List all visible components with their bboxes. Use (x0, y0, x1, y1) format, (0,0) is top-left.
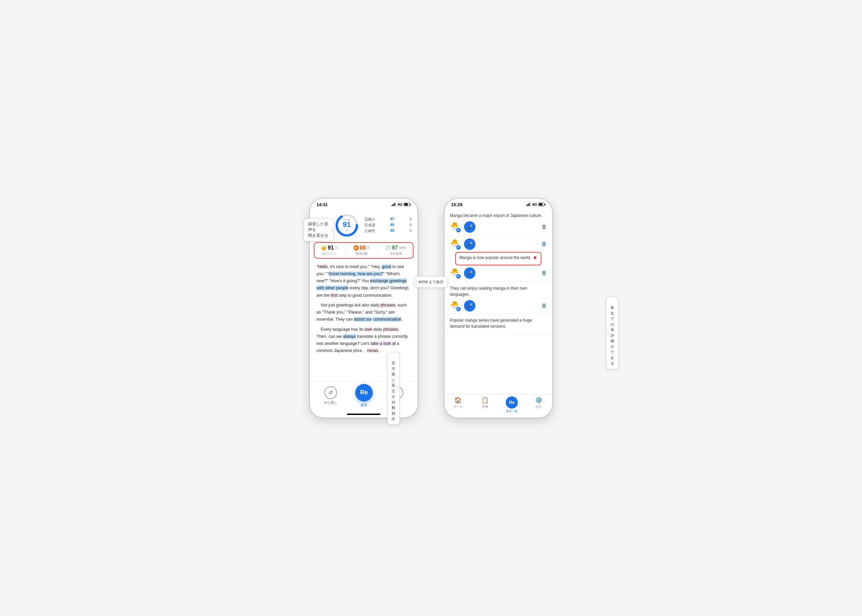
words-unit: 語 (367, 245, 370, 250)
settings-icon: ⚙️ (535, 396, 542, 404)
nav-settings[interactable]: ⚙️ 設定 (525, 396, 552, 413)
home-icon: 🏠 (454, 396, 462, 404)
wpm-label: 音読速度 (390, 251, 402, 256)
sentence-block-1: Manga became a major export of Japanese … (444, 209, 552, 235)
total-score: 91 (343, 221, 351, 228)
crown-icon: 👑 (321, 245, 327, 251)
home-label: ホーム (454, 404, 463, 409)
delete-button-3[interactable]: 🗑 (542, 303, 547, 309)
completion-row: 完成度 95 点 (364, 223, 412, 228)
best-score-num: 91 (328, 245, 334, 251)
sentence-controls-2: 🐣 ▶ 🎤 🗑 (450, 239, 547, 250)
network-1: 4G (397, 203, 402, 206)
sentence-controls-1: 🐣 ▶ 🎤 🗑 (450, 221, 547, 233)
book-label: 本棚 (482, 404, 488, 409)
donut-center: TOTAL 91 点 (343, 218, 351, 232)
page-wrapper: 録音した音声を 聞き直せる 14:41 4G (283, 179, 579, 438)
nav-home[interactable]: 🏠 ホーム (444, 396, 471, 413)
completion-pts: 点 (409, 223, 412, 228)
book-icon: 📋 (481, 396, 488, 404)
play-chick-2b[interactable]: 🐣 ▶ (450, 268, 461, 278)
mic-button-3[interactable]: 🎤 (464, 300, 476, 311)
weak-label: 苦手一覧 (506, 409, 518, 413)
weak-re-btn: Re (506, 396, 518, 409)
play-chick-3[interactable]: 🐣 ▶ (450, 300, 461, 311)
completion-val: 95 (390, 223, 394, 228)
home-bar (347, 413, 380, 415)
words-icon: W (353, 245, 359, 251)
time-1: 14:41 (317, 202, 328, 207)
completion-label: 完成度 (364, 223, 375, 228)
review-button-wrap: Re 復習 (355, 384, 373, 407)
stat-best: 👑 91 点 自己ベスト (321, 245, 338, 256)
wpm-unit: WPM (399, 246, 407, 250)
mic-button-2[interactable]: 🎤 (464, 239, 476, 250)
eval-dot (534, 256, 536, 259)
reeval-callout: 単文での再評価 ができる (606, 296, 619, 369)
battery-tip (410, 204, 411, 206)
paragraph-1: "Hello, it's nice to meet you." "Hey, go… (317, 263, 411, 299)
nav-weak[interactable]: Re 苦手一覧 (498, 396, 525, 413)
divider-1 (345, 245, 346, 255)
stat-words: W 88 語 獲得語数 (353, 245, 370, 256)
phone2-wrapper: 15:29 4G Manga became a major e (444, 199, 552, 418)
spacer (444, 335, 552, 394)
status-icons-1: 4G (392, 203, 411, 206)
words-label: 獲得語数 (356, 251, 368, 256)
wpm-callout: WPM まで表示 (414, 276, 448, 288)
extract-callout: 苦手順に英文を 自動抽出 (387, 352, 400, 425)
phone2: 15:29 4G Manga became a major e (444, 199, 552, 418)
wpm-callout-text: WPM まで表示 (419, 280, 443, 284)
words-num: 88 (360, 245, 366, 251)
sentence-controls-2b: 🐣 ▶ 🎤 🗑 (450, 267, 547, 279)
battery-fill-2 (539, 203, 542, 206)
redo-button[interactable]: ↺ やり直し (324, 386, 338, 405)
signal-icon-2 (526, 203, 530, 206)
play-triangle-1: ▶ (456, 228, 461, 233)
fluency-val: 97 (390, 217, 394, 222)
delete-button-1[interactable]: 🗑 (542, 224, 547, 230)
divider-2 (377, 245, 378, 255)
score-donut: TOTAL 91 点 (333, 212, 360, 239)
stats-bar: 👑 91 点 自己ベスト W 88 語 獲得語数 (314, 242, 413, 259)
mic-button-2b[interactable]: 🎤 (464, 267, 476, 279)
status-icons-2: 4G (526, 203, 545, 206)
accuracy-label: 正確性 (364, 228, 375, 233)
mic-button-1[interactable]: 🎤 (464, 221, 476, 233)
play-chick-2[interactable]: 🐣 ▶ (450, 239, 461, 250)
signal-icon (392, 203, 395, 206)
battery-body-2 (539, 203, 545, 206)
delete-button-2[interactable]: 🗑 (542, 241, 547, 247)
bottom-nav: 🏠 ホーム 📋 本棚 Re 苦手一覧 ⚙️ 設定 (444, 394, 552, 418)
settings-label: 設定 (536, 404, 542, 409)
battery-body (404, 203, 410, 206)
review-button[interactable]: Re (355, 384, 373, 401)
sentence-text-1: Manga became a major export of Japanese … (450, 212, 547, 218)
accuracy-row: 正確性 86 点 (364, 228, 412, 233)
total-unit: 点 (343, 228, 351, 232)
best-score-label: 自己ベスト (322, 251, 337, 256)
play-triangle-3: ▶ (456, 307, 461, 311)
paragraph-3: Every language has its own daily phrases… (317, 326, 411, 355)
redo-label: やり直し (324, 401, 338, 405)
sentence-text-3: They can enjoy reading manga in their ow… (450, 285, 547, 297)
fluency-row: 流暢さ 97 点 (364, 217, 412, 222)
sentence-controls-3: 🐣 ▶ 🎤 🗑 (450, 300, 547, 311)
extract-callout-text: 苦手順に英文を 自動抽出 (392, 361, 395, 421)
redo-icon: ↺ (324, 386, 337, 399)
score-details: 流暢さ 97 点 完成度 95 点 正確性 86 点 (364, 217, 412, 233)
reading-text: "Hello, it's nice to meet you." "Hey, go… (310, 261, 418, 381)
nav-book[interactable]: 📋 本棚 (471, 396, 498, 413)
play-chick-1[interactable]: 🐣 ▶ (450, 222, 461, 233)
sentence-block-4: Popular manga series have generated a hu… (444, 314, 552, 335)
reeval-callout-text: 単文での再評価 ができる (611, 305, 614, 365)
battery-icon (404, 203, 411, 206)
accuracy-val: 86 (390, 228, 394, 233)
status-bar-2: 15:29 4G (444, 199, 552, 209)
fluency-label: 流暢さ (364, 217, 375, 222)
accuracy-pts: 点 (409, 228, 412, 233)
sentence-block-2: 🐣 ▶ 🎤 🗑 Manga is now popular around the … (444, 235, 552, 282)
best-score-unit: 点 (335, 245, 338, 250)
battery-tip-2 (545, 204, 545, 206)
delete-button-2b[interactable]: 🗑 (542, 270, 547, 276)
